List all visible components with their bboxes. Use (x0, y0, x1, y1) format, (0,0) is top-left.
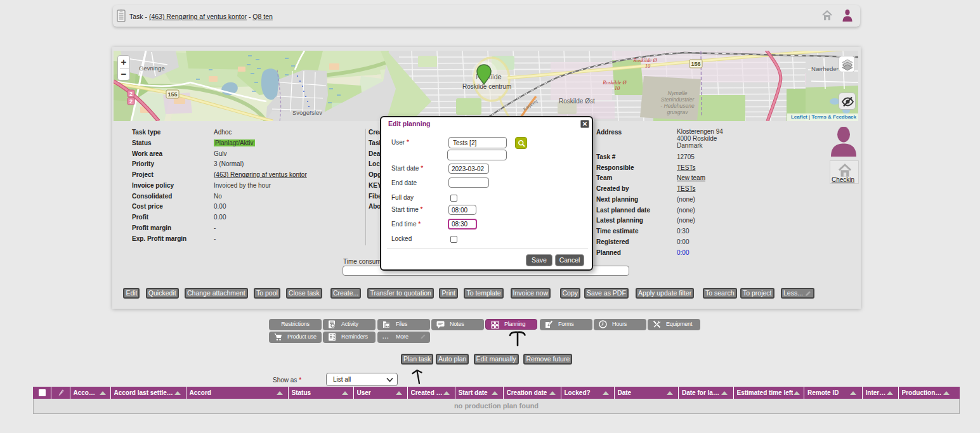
svg-text:grusgrav: grusgrav (667, 109, 688, 115)
svg-text:10: 10 (615, 85, 620, 91)
svg-text:2: 2 (129, 91, 133, 97)
svg-text:Stenindustrier: Stenindustrier (661, 96, 695, 103)
svg-text:Nymølle: Nymølle (667, 90, 687, 96)
svg-text:Roskilde Øst: Roskilde Øst (559, 98, 595, 105)
svg-text:10: 10 (645, 63, 651, 69)
svg-text:Nærheden: Nærheden (811, 65, 840, 72)
svg-text:Gevninge: Gevninge (139, 65, 165, 72)
svg-text:- Hedehusene: - Hedehusene (660, 103, 695, 109)
svg-text:2: 2 (129, 98, 133, 105)
svg-text:156: 156 (691, 61, 700, 67)
svg-text:155: 155 (167, 91, 177, 98)
svg-text:Svogerslev: Svogerslev (292, 109, 322, 116)
